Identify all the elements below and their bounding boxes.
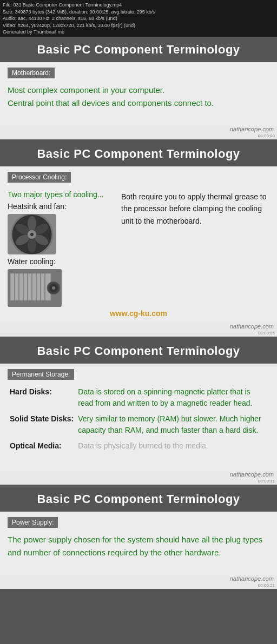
- storage-desc-1: Very similar to memory (RAM) but slower.…: [76, 412, 269, 439]
- svg-point-9: [30, 233, 34, 236]
- svg-point-5: [28, 238, 36, 253]
- cooling-images: [8, 214, 116, 254]
- file-info-line5: Generated by Thumbnail me: [3, 29, 274, 36]
- storage-label-1: Solid State Disks:: [8, 412, 76, 439]
- footer-1: nathancope.com: [0, 126, 277, 133]
- slide-storage: Basic PC Component Terminology Permanent…: [0, 339, 277, 485]
- svg-point-21: [52, 286, 55, 290]
- cooling-layout: Two major types of cooling... Heatsink a…: [8, 188, 269, 307]
- file-info-line1: File: 031 Basic Computer Component Termi…: [3, 2, 274, 9]
- storage-label-0: Hard Disks:: [8, 385, 76, 412]
- cooling-types-text: Two major types of cooling...: [8, 188, 116, 202]
- file-info-line3: Audio: aac, 44100 Hz, 2 channels, s16, 6…: [3, 15, 274, 22]
- motherboard-line1: Most complex component in your computer.: [8, 84, 269, 97]
- heatsink-fan-image: [8, 214, 56, 254]
- slide-content-2: Processor Cooling: Two major types of co…: [0, 166, 277, 323]
- water-cooling-image: [8, 269, 62, 307]
- slide-motherboard: Basic PC Component Terminology Motherboa…: [0, 37, 277, 139]
- storage-label-2: Optical Media:: [8, 439, 76, 455]
- cooling-right-text: Both require you to apply thermal grease…: [121, 192, 267, 225]
- water-cooling-images: [8, 269, 116, 307]
- slide-power: Basic PC Component Terminology Power Sup…: [0, 487, 277, 589]
- slide-cooling: Basic PC Component Terminology Processor…: [0, 142, 277, 337]
- storage-row-2: Optical Media:Data is physically burned …: [8, 439, 269, 455]
- timecode-1: 00:00:00: [0, 133, 277, 139]
- svg-point-2: [28, 216, 36, 231]
- slide-header-1: Basic PC Component Terminology: [0, 37, 277, 62]
- category-badge-motherboard: Motherboard:: [8, 68, 55, 78]
- watermark: www.cg-ku.com: [110, 309, 167, 318]
- footer-3: nathancope.com: [0, 471, 277, 479]
- heatsink-row: Heatsink and fan:: [8, 202, 116, 211]
- file-info-bar: File: 031 Basic Computer Component Termi…: [0, 0, 277, 37]
- slide-header-2: Basic PC Component Terminology: [0, 142, 277, 166]
- footer-4: nathancope.com: [0, 575, 277, 583]
- storage-desc-2: Data is physically burned to the media.: [76, 439, 269, 455]
- storage-desc-0: Data is stored on a spinning magnetic pl…: [76, 385, 269, 412]
- cooling-right: Both require you to apply thermal grease…: [121, 188, 269, 307]
- timecode-2: 00:00:05: [0, 331, 277, 337]
- slide-content-3: Permanent Storage: Hard Disks:Data is st…: [0, 364, 277, 471]
- file-info-line2: Size: 349873 bytes (342 MiB), duration: …: [3, 9, 274, 16]
- storage-row-1: Solid State Disks:Very similar to memory…: [8, 412, 269, 439]
- storage-row-0: Hard Disks:Data is stored on a spinning …: [8, 385, 269, 412]
- power-text: The power supply chosen for the system s…: [8, 533, 269, 559]
- water-cooler-svg: [9, 271, 61, 306]
- water-cooling-label-text: Water cooling:: [8, 257, 56, 266]
- category-badge-cooling: Processor Cooling:: [8, 172, 71, 183]
- motherboard-text: Most complex component in your computer.…: [8, 84, 269, 110]
- file-info-line4: Video: h264, yuv420p, 1280x720, 221 kb/s…: [3, 22, 274, 29]
- slide-header-3: Basic PC Component Terminology: [0, 339, 277, 364]
- slide-content-4: Power Supply: The power supply chosen fo…: [0, 512, 277, 575]
- fan-svg: [10, 214, 54, 254]
- footer-2: nathancope.com: [0, 323, 277, 331]
- storage-table: Hard Disks:Data is stored on a spinning …: [8, 385, 269, 455]
- slide-header-4: Basic PC Component Terminology: [0, 487, 277, 512]
- timecode-3: 00:00:11: [0, 479, 277, 485]
- timecode-4: 00:00:21: [0, 583, 277, 589]
- heatsink-label: Heatsink and fan:: [8, 202, 67, 211]
- heatsink-label-text: Heatsink and fan:: [8, 202, 67, 211]
- cooling-left: Two major types of cooling... Heatsink a…: [8, 188, 116, 307]
- category-badge-power: Power Supply:: [8, 517, 58, 528]
- slide-content-1: Motherboard: Most complex component in y…: [0, 62, 277, 126]
- motherboard-line2: Central point that all devices and compo…: [8, 97, 269, 110]
- category-badge-storage: Permanent Storage:: [8, 369, 74, 380]
